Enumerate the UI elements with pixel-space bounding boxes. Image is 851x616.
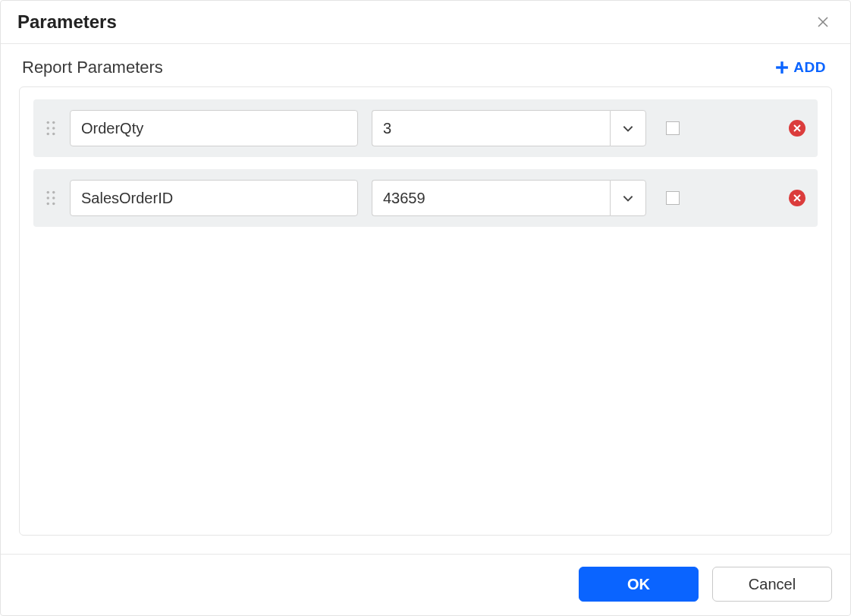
- dialog-footer: OK Cancel: [1, 554, 850, 615]
- parameter-name-input[interactable]: [70, 180, 358, 216]
- svg-point-9: [52, 133, 55, 136]
- parameter-row: [33, 99, 818, 157]
- svg-point-16: [47, 203, 50, 206]
- svg-point-7: [52, 127, 55, 130]
- parameter-checkbox[interactable]: [666, 191, 680, 205]
- parameter-value-input[interactable]: [372, 180, 610, 216]
- ok-button[interactable]: OK: [579, 567, 699, 602]
- delete-parameter-button[interactable]: [789, 120, 805, 137]
- plus-icon: [775, 61, 789, 74]
- svg-point-12: [47, 191, 50, 194]
- parameter-row: [33, 169, 818, 227]
- dialog-header: Parameters: [1, 1, 850, 44]
- section-header: Report Parameters ADD: [19, 58, 832, 77]
- chevron-down-icon: [621, 191, 635, 205]
- delete-icon: [793, 194, 801, 202]
- section-title: Report Parameters: [22, 58, 163, 77]
- delete-parameter-button[interactable]: [789, 190, 805, 206]
- parameter-value-dropdown[interactable]: [610, 110, 646, 146]
- parameter-checkbox-wrap: [660, 121, 680, 135]
- add-parameter-button[interactable]: ADD: [772, 58, 829, 77]
- svg-point-14: [47, 196, 50, 200]
- chevron-down-icon: [621, 121, 635, 135]
- drag-handle-icon: [46, 190, 56, 206]
- svg-point-8: [47, 133, 50, 136]
- parameter-value-group: [372, 110, 646, 146]
- parameter-checkbox-wrap: [660, 191, 680, 205]
- parameter-name-input[interactable]: [70, 110, 358, 146]
- svg-point-15: [52, 196, 55, 200]
- svg-point-17: [52, 203, 55, 206]
- svg-point-4: [47, 121, 50, 124]
- close-icon: [817, 16, 829, 28]
- add-button-label: ADD: [793, 59, 826, 76]
- parameter-value-input[interactable]: [372, 110, 610, 146]
- close-button[interactable]: [812, 11, 834, 33]
- svg-point-13: [52, 191, 55, 194]
- dialog-title: Parameters: [17, 11, 117, 33]
- parameters-dialog: Parameters Report Parameters ADD: [0, 0, 851, 616]
- parameter-checkbox[interactable]: [666, 121, 680, 135]
- dialog-body: Report Parameters ADD: [1, 44, 850, 554]
- drag-handle[interactable]: [46, 121, 56, 136]
- parameter-value-group: [372, 180, 646, 216]
- svg-point-5: [52, 121, 55, 124]
- delete-icon: [793, 124, 801, 132]
- drag-handle[interactable]: [46, 190, 56, 206]
- parameter-value-dropdown[interactable]: [610, 180, 646, 216]
- cancel-button[interactable]: Cancel: [712, 567, 832, 602]
- parameters-list: [19, 86, 832, 536]
- svg-point-6: [47, 127, 50, 130]
- drag-handle-icon: [46, 121, 56, 136]
